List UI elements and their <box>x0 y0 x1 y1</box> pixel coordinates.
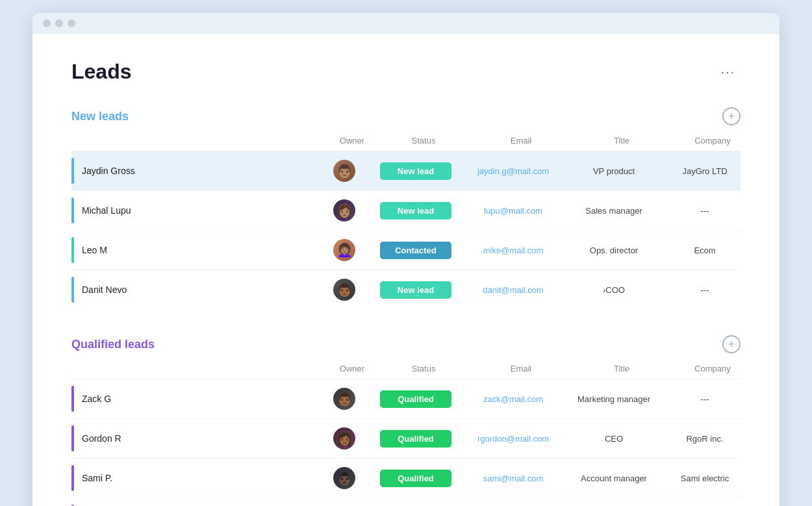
status-badge[interactable]: Qualified <box>380 390 451 408</box>
owner-cell: 👨🏾 <box>318 279 370 301</box>
table-row[interactable]: Josh Rain 👨🏽‍🦱 Qualified joshrain@mail.c… <box>71 498 741 506</box>
col-header-status: Status <box>378 136 469 145</box>
avatar: 👨🏽 <box>333 160 355 182</box>
status-badge[interactable]: Qualified <box>380 470 451 487</box>
row-border <box>71 386 74 412</box>
qualified-leads-section: Qualified leads + Owner Status Email Tit… <box>71 335 741 506</box>
lead-name: Danit Nevo <box>82 285 127 295</box>
add-qualified-lead-button[interactable]: + <box>722 335 741 353</box>
row-name-cell: Sami P. <box>71 465 318 491</box>
status-cell[interactable]: Qualified <box>370 430 461 448</box>
row-border <box>71 277 74 303</box>
col-header-email: Email <box>469 136 573 145</box>
table-row[interactable]: Michal Lupu 👩🏽 New lead lupu@mail.com Sa… <box>71 190 741 230</box>
add-new-lead-button[interactable]: + <box>722 107 741 125</box>
col-header-title: Title <box>573 136 670 145</box>
q-col-header-company: Company <box>670 364 755 373</box>
row-name-cell: Gordon R <box>71 425 318 451</box>
status-cell[interactable]: New lead <box>370 162 461 180</box>
table-row[interactable]: Jaydin Gross 👨🏽 New lead jaydin.g@mail.c… <box>71 151 741 190</box>
row-name-cell: Leo M <box>71 237 318 263</box>
status-badge[interactable]: Contacted <box>380 242 451 259</box>
email-cell[interactable]: jaydin.g@mail.com <box>461 166 565 176</box>
status-badge[interactable]: Qualified <box>380 430 451 448</box>
app-window: Leads ··· New leads + Owner Status Email… <box>32 13 780 506</box>
page-title: Leads <box>71 60 131 84</box>
email-cell[interactable]: sami@mail.com <box>461 474 565 483</box>
row-border <box>71 197 74 223</box>
title-cell: Ops. director <box>565 246 663 255</box>
lead-name: Sami P. <box>82 473 112 483</box>
qualified-leads-header: Qualified leads + <box>71 335 741 353</box>
owner-cell: 👩🏾 <box>318 427 370 449</box>
avatar: 👩🏾 <box>333 427 355 449</box>
new-leads-header: New leads + <box>71 107 741 125</box>
window-dot-3 <box>68 19 75 27</box>
title-cell: Account manager <box>565 474 663 483</box>
table-row[interactable]: Sami P. 👨🏿 Qualified sami@mail.com Accou… <box>71 458 741 498</box>
row-name-cell: Michal Lupu <box>71 197 318 223</box>
status-cell[interactable]: Contacted <box>370 242 461 259</box>
new-leads-table-header: Owner Status Email Title Company <box>71 133 741 151</box>
table-row[interactable]: Gordon R 👩🏾 Qualified rgordon@mail.com C… <box>71 418 741 458</box>
main-content: Leads ··· New leads + Owner Status Email… <box>32 34 780 506</box>
owner-cell: 👩🏽 <box>318 199 370 221</box>
company-cell: Ecom <box>663 246 747 255</box>
company-cell: --- <box>663 285 747 295</box>
email-cell[interactable]: lupu@mail.com <box>461 206 565 216</box>
row-border <box>71 158 74 184</box>
table-row[interactable]: Zack G 👨🏾 Qualified zack@mail.com Market… <box>71 379 741 418</box>
new-leads-title: New leads <box>71 110 129 123</box>
page-header: Leads ··· <box>71 60 741 84</box>
table-row[interactable]: Leo M 👩🏽‍🦱 Contacted mike@mail.com Ops. … <box>71 230 741 270</box>
lead-name: Michal Lupu <box>82 205 131 216</box>
status-badge[interactable]: New lead <box>380 162 451 180</box>
row-name-cell: Jaydin Gross <box>71 158 318 184</box>
company-cell: JayGro LTD <box>663 166 747 176</box>
col-header-name <box>79 136 326 145</box>
email-cell[interactable]: zack@mail.com <box>461 394 565 404</box>
company-cell: RgoR inc. <box>663 434 747 444</box>
status-cell[interactable]: Qualified <box>370 390 461 408</box>
company-cell: --- <box>663 394 747 404</box>
status-badge[interactable]: New lead <box>380 281 451 299</box>
status-cell[interactable]: New lead <box>370 281 461 299</box>
window-dot-2 <box>55 19 63 27</box>
row-border <box>71 425 74 451</box>
q-col-header-name <box>79 364 326 373</box>
col-header-owner: Owner <box>326 136 378 145</box>
title-cell: CEO <box>565 434 663 444</box>
lead-name: Jaydin Gross <box>82 166 135 176</box>
col-header-action <box>755 136 780 145</box>
qualified-leads-table-body: Zack G 👨🏾 Qualified zack@mail.com Market… <box>71 379 741 506</box>
title-cell: VP product <box>565 166 663 176</box>
owner-cell: 👨🏽 <box>318 160 370 182</box>
q-col-header-title: Title <box>573 364 670 373</box>
title-cell: ›COO <box>565 285 663 295</box>
lead-name: Leo M <box>82 245 107 255</box>
col-header-company: Company <box>670 136 755 145</box>
lead-name: Gordon R <box>82 433 121 444</box>
status-cell[interactable]: New lead <box>370 202 461 220</box>
qualified-leads-title: Qualified leads <box>71 338 155 351</box>
owner-cell: 👨🏾 <box>318 388 370 410</box>
company-cell: Sami electric <box>663 474 747 483</box>
email-cell[interactable]: rgordon@mail.com <box>461 434 565 444</box>
q-col-header-email: Email <box>469 364 573 373</box>
avatar: 👩🏽‍🦱 <box>333 239 355 261</box>
new-leads-section: New leads + Owner Status Email Title Com… <box>71 107 741 309</box>
avatar: 👨🏾 <box>333 279 355 301</box>
row-name-cell: Zack G <box>71 386 318 412</box>
avatar: 👨🏾 <box>333 388 355 410</box>
status-cell[interactable]: Qualified <box>370 470 461 487</box>
avatar: 👨🏿 <box>333 467 355 489</box>
email-cell[interactable]: danit@mail.com <box>461 285 565 295</box>
new-leads-table-body: Jaydin Gross 👨🏽 New lead jaydin.g@mail.c… <box>71 151 741 309</box>
more-options-button[interactable]: ··· <box>715 62 741 82</box>
table-row[interactable]: Danit Nevo 👨🏾 New lead danit@mail.com ›C… <box>71 270 741 309</box>
email-cell[interactable]: mike@mail.com <box>461 246 565 255</box>
avatar: 👩🏽 <box>333 199 355 221</box>
row-border <box>71 465 74 491</box>
status-badge[interactable]: New lead <box>380 202 451 220</box>
title-cell: Marketing manager <box>565 394 663 404</box>
